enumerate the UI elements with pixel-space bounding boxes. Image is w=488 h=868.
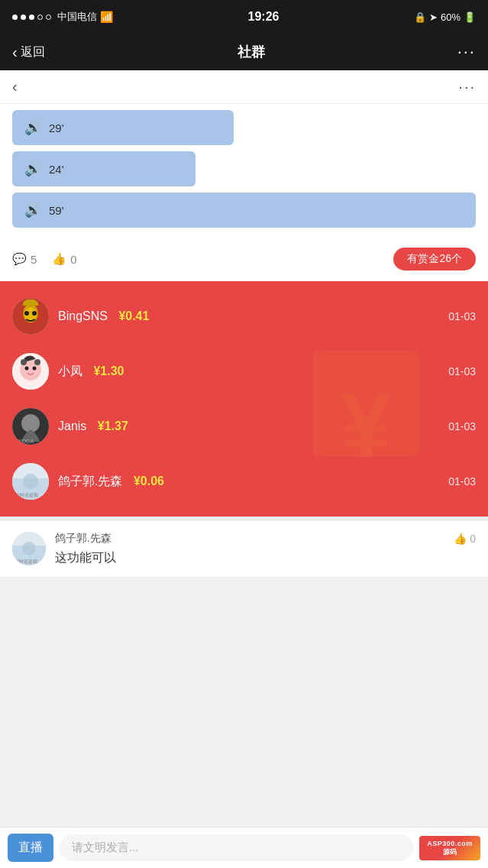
asp300-logo: ASP300.com源码 <box>419 836 480 860</box>
status-right: 🔒 ➤ 60% 🔋 <box>414 11 476 23</box>
voice-duration-1: 29' <box>49 121 64 134</box>
reward-name-3: Janis <box>58 419 86 432</box>
comment-like[interactable]: 👍 0 <box>454 533 476 545</box>
comment-username: 鸽子郭.先森 <box>55 532 111 546</box>
comment-header: 鸽子郭.先森 👍 0 <box>55 532 476 546</box>
svg-point-22 <box>22 542 36 555</box>
stats-left: 💬 5 👍 0 <box>12 252 77 266</box>
avatar-3: YOGA <box>12 408 49 445</box>
svg-point-6 <box>32 311 37 316</box>
comment-body: 鸽子郭.先森 👍 0 这功能可以 <box>55 532 476 566</box>
svg-point-11 <box>21 359 27 365</box>
signal-dot-4 <box>37 15 43 20</box>
stats-bar: 💬 5 👍 0 有赏金26个 <box>0 240 488 281</box>
back-chevron-icon: ‹ <box>12 44 18 61</box>
nav-more-button[interactable]: ··· <box>457 42 476 62</box>
reward-item-4[interactable]: 何时还是我 鸽子郭.先森 ¥0.06 01-03 <box>0 454 488 509</box>
comment-stat[interactable]: 💬 5 <box>12 252 37 266</box>
reward-date-4: 01-03 <box>448 475 476 487</box>
reward-date-2: 01-03 <box>448 365 476 377</box>
voice-messages: 🔊 29' 🔊 24' 🔊 59' <box>0 104 488 240</box>
reward-item-2[interactable]: 小凤 ¥1.30 01-03 <box>0 344 488 399</box>
reward-list: ¥ BingSNS ¥0.41 01-03 <box>0 281 488 517</box>
signal-dot-1 <box>12 15 18 20</box>
comment-count: 5 <box>31 253 37 266</box>
message-input[interactable]: 请文明发言... <box>60 834 413 861</box>
reward-amount-1: ¥0.41 <box>118 309 149 322</box>
svg-point-10 <box>33 367 37 371</box>
speaker-icon-1: 🔊 <box>24 119 41 136</box>
reward-item-3[interactable]: YOGA Janis ¥1.37 01-03 <box>0 399 488 454</box>
bottom-logo: ASP300.com源码 <box>419 836 480 860</box>
avatar-4: 何时还是我 <box>12 463 49 500</box>
reward-amount-3: ¥1.37 <box>98 419 128 432</box>
reward-info-4: 鸽子郭.先森 ¥0.06 <box>58 474 439 490</box>
svg-point-18 <box>23 474 38 489</box>
reward-info-3: Janis ¥1.37 <box>58 419 439 433</box>
voice-duration-2: 24' <box>49 163 64 176</box>
status-time: 19:26 <box>248 10 280 24</box>
bottom-bar: 直播 请文明发言... ASP300.com源码 <box>0 827 488 868</box>
content-area: ‹ ··· 🔊 29' 🔊 24' 🔊 59' 💬 5 👍 0 <box>0 70 488 577</box>
reward-button[interactable]: 有赏金26个 <box>393 248 476 270</box>
comment-like-count: 0 <box>470 533 476 545</box>
like-icon: 👍 <box>52 252 66 266</box>
comment-section: 何时还是我 鸽子郭.先森 👍 0 这功能可以 <box>0 517 488 577</box>
signal-dot-2 <box>21 15 26 20</box>
voice-duration-3: 59' <box>49 204 64 217</box>
back-label: 返回 <box>21 44 45 60</box>
comment-avatar: 何时还是我 <box>12 532 46 565</box>
battery-label: 60% <box>441 11 461 23</box>
comment-icon: 💬 <box>12 252 27 266</box>
status-bar: 中国电信 📶 19:26 🔒 ➤ 60% 🔋 <box>0 0 488 34</box>
thumb-up-icon: 👍 <box>454 533 467 545</box>
reward-info-1: BingSNS ¥0.41 <box>58 309 439 323</box>
nav-title: 社群 <box>238 43 265 61</box>
speaker-icon-2: 🔊 <box>24 160 41 177</box>
sub-nav-back-icon[interactable]: ‹ <box>12 78 18 96</box>
svg-point-9 <box>25 367 29 371</box>
sub-nav-more-icon[interactable]: ··· <box>458 78 476 96</box>
comment-text: 这功能可以 <box>55 550 476 566</box>
reward-amount-4: ¥0.06 <box>134 474 164 487</box>
reward-amount-2: ¥1.30 <box>93 364 124 377</box>
reward-name-2: 小凤 <box>58 364 82 377</box>
avatar-1 <box>12 298 49 335</box>
wifi-icon: 📶 <box>100 11 113 23</box>
svg-text:YOGA: YOGA <box>18 439 34 444</box>
signal-dot-3 <box>29 15 34 20</box>
comment-item-1: 何时还是我 鸽子郭.先森 👍 0 这功能可以 <box>12 532 476 566</box>
lock-icon: 🔒 <box>414 11 426 23</box>
battery-icon: 🔋 <box>464 11 476 23</box>
location-icon: ➤ <box>429 11 438 23</box>
reward-date-3: 01-03 <box>448 420 476 432</box>
carrier-label: 中国电信 <box>57 10 97 24</box>
svg-point-12 <box>34 359 40 365</box>
reward-date-1: 01-03 <box>448 310 476 322</box>
avatar-2 <box>12 353 49 390</box>
voice-message-1[interactable]: 🔊 29' <box>12 110 234 145</box>
like-count: 0 <box>70 253 76 266</box>
signal-dot-5 <box>46 15 51 20</box>
voice-message-2[interactable]: 🔊 24' <box>12 151 196 186</box>
speaker-icon-3: 🔊 <box>24 202 41 219</box>
svg-point-5 <box>24 311 29 316</box>
nav-bar: ‹ 返回 社群 ··· <box>0 34 488 70</box>
nav-back-button[interactable]: ‹ 返回 <box>12 44 45 61</box>
reward-item-1[interactable]: BingSNS ¥0.41 01-03 <box>0 289 488 344</box>
live-button[interactable]: 直播 <box>8 834 53 862</box>
svg-text:何时还是我: 何时还是我 <box>15 559 37 564</box>
reward-info-2: 小凤 ¥1.30 <box>58 364 439 380</box>
reward-name-1: BingSNS <box>58 309 108 322</box>
svg-text:何时还是我: 何时还是我 <box>15 493 38 497</box>
voice-message-3[interactable]: 🔊 59' <box>12 193 476 228</box>
reward-name-4: 鸽子郭.先森 <box>58 474 122 487</box>
like-stat[interactable]: 👍 0 <box>52 252 76 266</box>
status-left: 中国电信 📶 <box>12 10 113 24</box>
sub-nav: ‹ ··· <box>0 70 488 104</box>
